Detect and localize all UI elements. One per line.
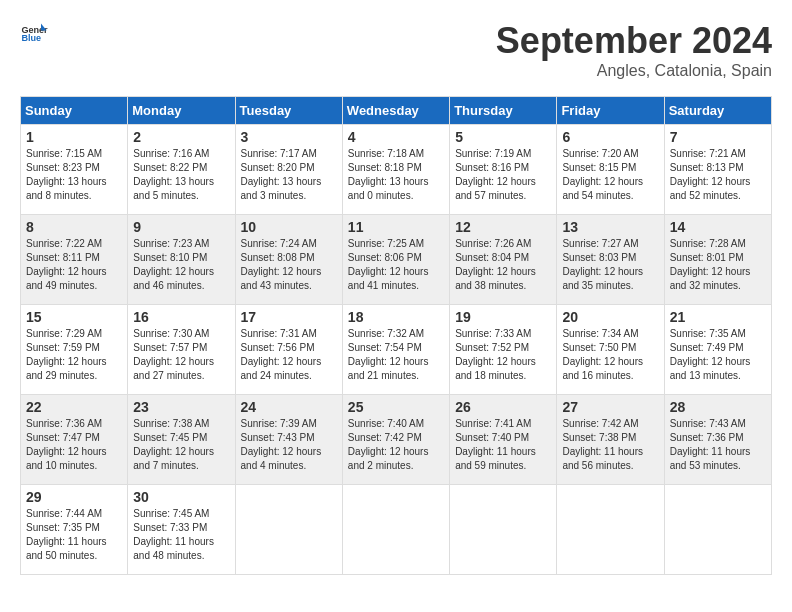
day-21: 21 Sunrise: 7:35 AMSunset: 7:49 PMDaylig… (664, 305, 771, 395)
day-23: 23 Sunrise: 7:38 AMSunset: 7:45 PMDaylig… (128, 395, 235, 485)
empty-cell-3 (450, 485, 557, 575)
empty-cell-5 (664, 485, 771, 575)
week-row-1: 1 Sunrise: 7:15 AMSunset: 8:23 PMDayligh… (21, 125, 772, 215)
header-row: Sunday Monday Tuesday Wednesday Thursday… (21, 97, 772, 125)
day-5: 5 Sunrise: 7:19 AMSunset: 8:16 PMDayligh… (450, 125, 557, 215)
day-2: 2 Sunrise: 7:16 AMSunset: 8:22 PMDayligh… (128, 125, 235, 215)
day-1: 1 Sunrise: 7:15 AMSunset: 8:23 PMDayligh… (21, 125, 128, 215)
page-container: General Blue September 2024 Angles, Cata… (20, 20, 772, 575)
day-15: 15 Sunrise: 7:29 AMSunset: 7:59 PMDaylig… (21, 305, 128, 395)
week-row-3: 15 Sunrise: 7:29 AMSunset: 7:59 PMDaylig… (21, 305, 772, 395)
col-wednesday: Wednesday (342, 97, 449, 125)
day-30: 30 Sunrise: 7:45 AMSunset: 7:33 PMDaylig… (128, 485, 235, 575)
logo-icon: General Blue (20, 20, 48, 48)
calendar-table: Sunday Monday Tuesday Wednesday Thursday… (20, 96, 772, 575)
day-12: 12 Sunrise: 7:26 AMSunset: 8:04 PMDaylig… (450, 215, 557, 305)
col-monday: Monday (128, 97, 235, 125)
week-row-5: 29 Sunrise: 7:44 AMSunset: 7:35 PMDaylig… (21, 485, 772, 575)
day-20: 20 Sunrise: 7:34 AMSunset: 7:50 PMDaylig… (557, 305, 664, 395)
day-10: 10 Sunrise: 7:24 AMSunset: 8:08 PMDaylig… (235, 215, 342, 305)
empty-cell-2 (342, 485, 449, 575)
empty-cell-4 (557, 485, 664, 575)
title-area: September 2024 Angles, Catalonia, Spain (496, 20, 772, 80)
location-subtitle: Angles, Catalonia, Spain (496, 62, 772, 80)
day-8: 8 Sunrise: 7:22 AMSunset: 8:11 PMDayligh… (21, 215, 128, 305)
col-tuesday: Tuesday (235, 97, 342, 125)
day-29: 29 Sunrise: 7:44 AMSunset: 7:35 PMDaylig… (21, 485, 128, 575)
day-19: 19 Sunrise: 7:33 AMSunset: 7:52 PMDaylig… (450, 305, 557, 395)
week-row-2: 8 Sunrise: 7:22 AMSunset: 8:11 PMDayligh… (21, 215, 772, 305)
day-28: 28 Sunrise: 7:43 AMSunset: 7:36 PMDaylig… (664, 395, 771, 485)
logo: General Blue (20, 20, 48, 48)
day-11: 11 Sunrise: 7:25 AMSunset: 8:06 PMDaylig… (342, 215, 449, 305)
day-9: 9 Sunrise: 7:23 AMSunset: 8:10 PMDayligh… (128, 215, 235, 305)
month-title: September 2024 (496, 20, 772, 62)
day-26: 26 Sunrise: 7:41 AMSunset: 7:40 PMDaylig… (450, 395, 557, 485)
day-4: 4 Sunrise: 7:18 AMSunset: 8:18 PMDayligh… (342, 125, 449, 215)
day-13: 13 Sunrise: 7:27 AMSunset: 8:03 PMDaylig… (557, 215, 664, 305)
day-14: 14 Sunrise: 7:28 AMSunset: 8:01 PMDaylig… (664, 215, 771, 305)
week-row-4: 22 Sunrise: 7:36 AMSunset: 7:47 PMDaylig… (21, 395, 772, 485)
day-25: 25 Sunrise: 7:40 AMSunset: 7:42 PMDaylig… (342, 395, 449, 485)
day-17: 17 Sunrise: 7:31 AMSunset: 7:56 PMDaylig… (235, 305, 342, 395)
day-7: 7 Sunrise: 7:21 AMSunset: 8:13 PMDayligh… (664, 125, 771, 215)
col-friday: Friday (557, 97, 664, 125)
col-thursday: Thursday (450, 97, 557, 125)
day-18: 18 Sunrise: 7:32 AMSunset: 7:54 PMDaylig… (342, 305, 449, 395)
day-3: 3 Sunrise: 7:17 AMSunset: 8:20 PMDayligh… (235, 125, 342, 215)
svg-text:Blue: Blue (21, 33, 41, 43)
col-sunday: Sunday (21, 97, 128, 125)
day-16: 16 Sunrise: 7:30 AMSunset: 7:57 PMDaylig… (128, 305, 235, 395)
day-22: 22 Sunrise: 7:36 AMSunset: 7:47 PMDaylig… (21, 395, 128, 485)
day-6: 6 Sunrise: 7:20 AMSunset: 8:15 PMDayligh… (557, 125, 664, 215)
day-27: 27 Sunrise: 7:42 AMSunset: 7:38 PMDaylig… (557, 395, 664, 485)
empty-cell-1 (235, 485, 342, 575)
day-24: 24 Sunrise: 7:39 AMSunset: 7:43 PMDaylig… (235, 395, 342, 485)
col-saturday: Saturday (664, 97, 771, 125)
header: General Blue September 2024 Angles, Cata… (20, 20, 772, 80)
